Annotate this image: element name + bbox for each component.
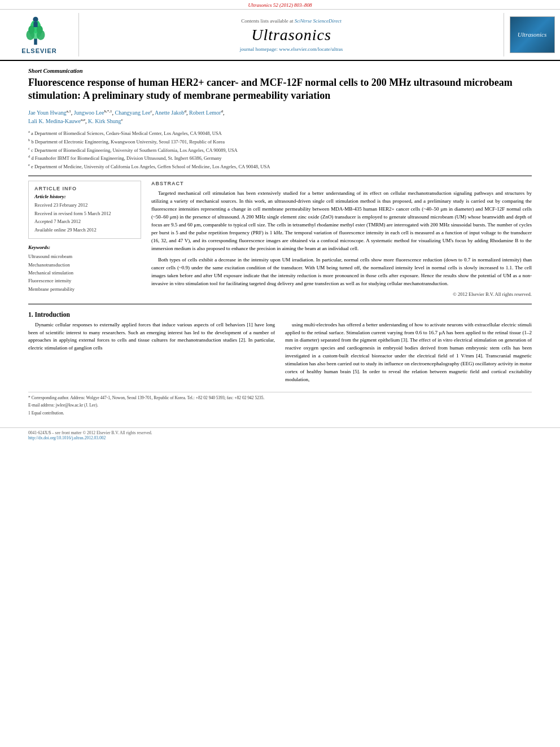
- equal-contribution-note: 1 Equal contribution.: [28, 410, 532, 416]
- author-lee-c: Changyang Lee: [115, 110, 150, 116]
- journal-logo-right: Ultrasonics: [504, 13, 560, 56]
- doi-line: http://dx.doi.org/10.1016/j.ultras.2012.…: [28, 435, 532, 440]
- keyword-3: Mechanical stimulation: [28, 269, 141, 277]
- email-note: E-mail address: jwlee@kw.ac.kr (J. Lee).: [28, 402, 532, 408]
- author-lemor: Robert Lemor: [189, 110, 221, 116]
- article-title: Fluorescence response of human HER2+ can…: [28, 76, 532, 103]
- author-jakob: Anette Jakob: [155, 110, 185, 116]
- affiliation-d: d d Fraunhofer IBMT for Biomedical Engin…: [28, 154, 532, 162]
- introduction-col-left: Dynamic cellular responses to externally…: [28, 321, 275, 388]
- affiliation-b: b b Department of Electronic Engineering…: [28, 137, 532, 146]
- corresponding-author-note: * Corresponding author. Address: Wolgye …: [28, 395, 532, 401]
- svg-point-7: [33, 17, 38, 22]
- intro-right-text: using multi-electrodes has offered a bet…: [285, 321, 532, 385]
- article-info-label: ARTICLE INFO: [34, 186, 135, 191]
- keyword-5: Membrane permeability: [28, 285, 141, 293]
- elsevier-tree-icon: [21, 15, 50, 46]
- journal-title-section: Contents lists available at SciVerse Sci…: [79, 13, 504, 56]
- sciverse-text: Contents lists available at SciVerse Sci…: [241, 18, 341, 24]
- history-label: Article history:: [34, 194, 135, 199]
- sciverse-link[interactable]: SciVerse ScienceDirect: [295, 18, 342, 24]
- ultras-logo-text: Ultrasonics: [518, 30, 546, 38]
- elsevier-logo-section: ELSEVIER: [0, 13, 79, 56]
- intro-left-text: Dynamic cellular responses to externally…: [28, 321, 275, 353]
- introduction-col-right: using multi-electrodes has offered a bet…: [285, 321, 532, 388]
- keywords-section: Keywords: Ultrasound microbeam Mechanotr…: [28, 244, 141, 293]
- info-abstract-section: ARTICLE INFO Article history: Received 2…: [28, 181, 532, 296]
- ultrasonics-logo-box: Ultrasonics: [510, 16, 555, 53]
- affiliations-list: a a Department of Biomedical Sciences, C…: [28, 129, 532, 170]
- header-divider: [28, 176, 532, 176]
- author-shung: K. Kirk Shung: [88, 118, 121, 124]
- introduction-body: Dynamic cellular responses to externally…: [28, 321, 532, 388]
- journal-name: Ultrasonics: [251, 26, 331, 44]
- affiliation-e: e e Department of Medicine, University o…: [28, 162, 532, 171]
- svg-rect-8: [34, 22, 38, 27]
- article-info-box: ARTICLE INFO Article history: Received 2…: [28, 181, 141, 239]
- copyright-line: © 2012 Elsevier B.V. All rights reserved…: [151, 291, 532, 297]
- affiliation-a: a a Department of Biomedical Sciences, C…: [28, 129, 532, 137]
- elsevier-logo: ELSEVIER: [21, 15, 56, 54]
- article-dates: Received 23 February 2012 Received in re…: [34, 201, 135, 234]
- abstract-label: Abstract: [151, 181, 532, 186]
- available-date: Available online 29 March 2012: [34, 226, 135, 234]
- footnotes-section: * Corresponding author. Address: Wolgye …: [28, 392, 532, 416]
- received-revised-date: Received in revised form 5 March 2012: [34, 209, 135, 217]
- article-info-column: ARTICLE INFO Article history: Received 2…: [28, 181, 141, 296]
- section-type-label: Short Communication: [28, 68, 532, 74]
- main-content: Short Communication Fluorescence respons…: [0, 61, 560, 424]
- journal-homepage: journal homepage: www.elsevier.com/locat…: [240, 46, 343, 52]
- section-divider: [28, 304, 532, 304]
- journal-header: ELSEVIER Contents lists available at Sci…: [0, 10, 560, 61]
- journal-citation: Ultrasonics 52 (2012) 803–808: [248, 2, 312, 8]
- abstract-column: Abstract Targeted mechanical cell stimul…: [151, 181, 532, 296]
- keyword-4: Fluorescence intensity: [28, 277, 141, 285]
- abstract-paragraph-1: Targeted mechanical cell stimulation has…: [151, 190, 532, 253]
- issn-line: 0041-624X/$ – see front matter © 2012 El…: [28, 430, 532, 435]
- affiliation-c: c c Department of Biomedical Engineering…: [28, 146, 532, 154]
- keywords-label: Keywords:: [28, 244, 141, 250]
- elsevier-wordmark: ELSEVIER: [21, 47, 56, 54]
- abstract-paragraph-2: Both types of cells exhibit a decrease i…: [151, 256, 532, 288]
- authors-line: Jae Youn Hwanga,1, Jungwoo Leeb,*,1, Cha…: [28, 108, 532, 126]
- introduction-heading: 1. Introduction: [28, 311, 532, 318]
- svg-rect-0: [34, 38, 38, 45]
- keyword-2: Mechanotransduction: [28, 261, 141, 269]
- author-medina-kauwe: Lali K. Medina-Kauwe: [28, 118, 81, 124]
- bottom-bar: 0041-624X/$ – see front matter © 2012 El…: [0, 427, 560, 443]
- received-date: Received 23 February 2012: [34, 201, 135, 209]
- author-lee-j: Jungwoo Lee: [74, 110, 104, 116]
- accepted-date: Accepted 7 March 2012: [34, 217, 135, 225]
- journal-citation-bar: Ultrasonics 52 (2012) 803–808: [0, 0, 560, 10]
- abstract-text: Targeted mechanical cell stimulation has…: [151, 190, 532, 287]
- author-hwang: Jae Youn Hwang: [28, 110, 67, 116]
- keyword-1: Ultrasound microbeam: [28, 252, 141, 260]
- doi-link[interactable]: http://dx.doi.org/10.1016/j.ultras.2012.…: [28, 435, 106, 440]
